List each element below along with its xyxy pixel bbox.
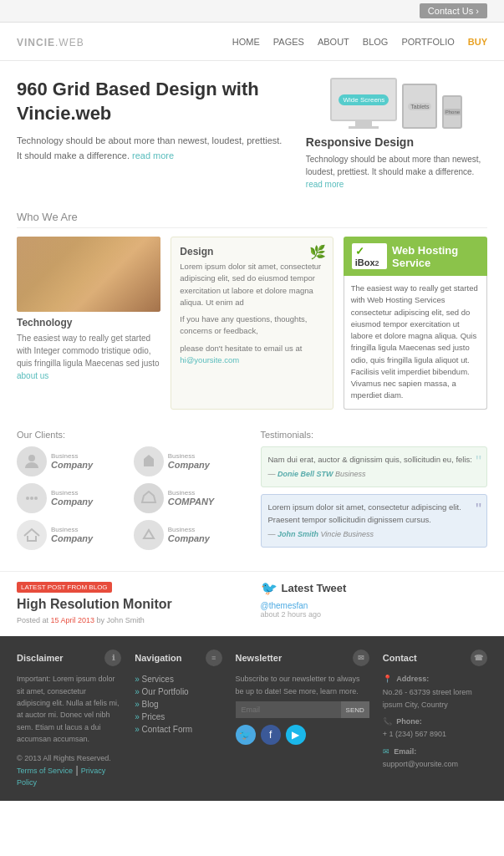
blog-by: by John Smith — [97, 616, 145, 624]
ibox-logo: ✓ iBox2 — [352, 243, 387, 269]
technology-title: Technology — [17, 317, 160, 329]
newsletter-send-button[interactable]: SEND — [341, 701, 369, 718]
tos-link[interactable]: Terms of Service — [17, 767, 73, 775]
design-column: 🌿 Design Lorem ipsum dolor sit amet, con… — [171, 237, 333, 410]
contact-label: Contact Us — [428, 6, 473, 16]
client-icon-5 — [17, 520, 47, 550]
navigation-icon: ≡ — [206, 650, 222, 666]
nav-blog[interactable]: BLOG — [363, 37, 389, 47]
ibox-text: The easiest way to really get started wi… — [351, 283, 480, 402]
client-icon-3 — [17, 483, 47, 513]
address-text: No.26 - 63739 street lorem ipsum City, C… — [383, 688, 472, 709]
client-item: Business Company — [17, 520, 127, 550]
quote-mark-2: " — [476, 497, 481, 522]
client-item: Business Company — [17, 483, 127, 513]
client-item: Business Company — [17, 446, 127, 476]
tweet-column: 🐦 Latest Tweet @themesfan about 2 hours … — [261, 580, 488, 624]
responsive-read-more[interactable]: read more — [306, 180, 344, 189]
client-icon-4 — [134, 483, 164, 513]
client-name-6: Business — [168, 526, 210, 533]
client-name-2: Business — [168, 452, 210, 460]
email-label: Email: — [394, 747, 416, 756]
disclaimer-text: Important: Lorem ipsum dolor sit amet, c… — [17, 673, 121, 745]
testimonial-author-1: — Donie Bell STW Business — [268, 469, 481, 481]
hero-right: Wide Screens Tablets Phone Responsive De… — [306, 78, 487, 191]
design-email[interactable]: hi@yoursite.com — [180, 354, 323, 366]
client-info-1: Business Company — [51, 452, 93, 470]
newsletter-email-input[interactable] — [236, 701, 341, 718]
three-columns: Technology The easiest way to really get… — [17, 237, 487, 410]
footer-disclaimer: Disclaimer ℹ Important: Lorem ipsum dolo… — [17, 650, 121, 787]
client-info-5: Business Company — [51, 526, 93, 543]
client-info-3: Business Company — [51, 489, 93, 507]
email-text: support@yoursite.com — [383, 760, 458, 768]
tablet-label: Tablets — [408, 103, 431, 110]
client-item: Business Company — [134, 446, 244, 476]
testimonials-title: Testimonials: — [261, 430, 488, 440]
leaf-icon: 🌿 — [309, 244, 326, 260]
nav-item-prices[interactable]: Prices — [135, 711, 221, 723]
technology-link[interactable]: about us — [17, 371, 48, 380]
client-info-4: Business COMPANY — [168, 489, 214, 507]
nav-item-blog[interactable]: Blog — [135, 698, 221, 711]
client-company-3: Company — [51, 497, 93, 507]
nav-item-contact[interactable]: Contact Form — [135, 723, 221, 736]
disclaimer-icon: ℹ — [104, 650, 121, 666]
ibox-column: ✓ iBox2 Web Hosting Service The easiest … — [344, 237, 487, 410]
twitter-social-icon[interactable]: 🐦 — [236, 725, 256, 745]
footer-contact: Contact ☎ 📍 Address: No.26 - 63739 stree… — [383, 650, 487, 787]
nav-portfolio[interactable]: PORTFOLIO — [401, 37, 454, 47]
phone-device: Phone — [442, 95, 462, 129]
footer-grid: Disclaimer ℹ Important: Lorem ipsum dolo… — [17, 650, 487, 787]
who-we-are-title: Who We Are — [17, 211, 487, 228]
client-company-1: Company — [51, 460, 93, 470]
author-name-2: John Smith — [277, 530, 318, 538]
newsletter-icon: ✉ — [353, 650, 369, 666]
twitter-icon: 🐦 — [261, 580, 277, 596]
logo-sub: .WEB — [55, 37, 84, 48]
client-info-6: Business Company — [168, 526, 210, 543]
technology-text: The easiest way to really get started wi… — [17, 332, 160, 382]
facebook-social-icon[interactable]: f — [261, 725, 281, 745]
ibox-body: The easiest way to really get started wi… — [344, 276, 487, 410]
client-item: Business Company — [134, 520, 244, 550]
client-company-5: Company — [51, 533, 93, 543]
blog-column: LATEST POST FROM BLOG High Resolution Mo… — [17, 580, 244, 624]
blog-title: High Resolution Monitor — [17, 597, 244, 612]
client-company-6: Company — [168, 533, 210, 543]
tech-img-gradient — [17, 237, 160, 312]
author-company-2: Vincie Business — [321, 530, 374, 538]
tweet-user[interactable]: @themesfan — [261, 601, 488, 610]
monitor-device: Wide Screens — [330, 78, 397, 129]
nav-buy[interactable]: BUY — [468, 37, 487, 47]
ibox-service-title: Web Hosting Service — [392, 244, 479, 269]
email-icon: ✉ — [383, 747, 389, 756]
latest-badge: LATEST POST FROM BLOG — [17, 582, 112, 593]
client-name-4: Business — [168, 489, 214, 497]
disclaimer-title-text: Disclaimer — [17, 653, 64, 663]
client-name-5: Business — [51, 526, 93, 533]
hero-read-more[interactable]: read more — [132, 150, 174, 160]
testimonial-item-1: " Nam dui erat, auctor & dignissim quis,… — [261, 446, 488, 488]
contact-phone-block: 📞 Phone: + 1 (234) 567 8901 — [383, 716, 487, 741]
design-para1: Lorem ipsum dolor sit amet, consectetur … — [180, 261, 323, 308]
footer-links: Terms of Service | Privacy Policy — [17, 764, 121, 787]
nav-pages[interactable]: PAGES — [273, 37, 304, 47]
monitor-base — [349, 126, 379, 129]
svg-rect-2 — [26, 497, 29, 500]
svg-marker-5 — [142, 492, 155, 502]
testimonials-column: Testimonials: " Nam dui erat, auctor & d… — [261, 430, 488, 555]
nav-item-portfolio[interactable]: Our Portfolio — [135, 685, 221, 698]
nav-item-services[interactable]: Services — [135, 673, 221, 685]
clients-column: Our Clients: Business Company Business — [17, 430, 244, 555]
footer-newsletter-title: Newsletter ✉ — [236, 650, 369, 666]
nav-home[interactable]: HOME — [232, 37, 260, 47]
vimeo-social-icon[interactable]: ▶ — [286, 725, 306, 745]
client-item: Business COMPANY — [134, 483, 244, 513]
clients-testimonials-section: Our Clients: Business Company Business — [0, 421, 504, 563]
design-para3-text: please don't hesitate to email us at — [180, 344, 302, 353]
contact-button[interactable]: Contact Us › — [420, 3, 487, 18]
ibox-header: ✓ iBox2 Web Hosting Service — [344, 237, 487, 276]
nav-about[interactable]: ABOUT — [318, 37, 349, 47]
blog-date[interactable]: 15 April 2013 — [51, 616, 95, 624]
